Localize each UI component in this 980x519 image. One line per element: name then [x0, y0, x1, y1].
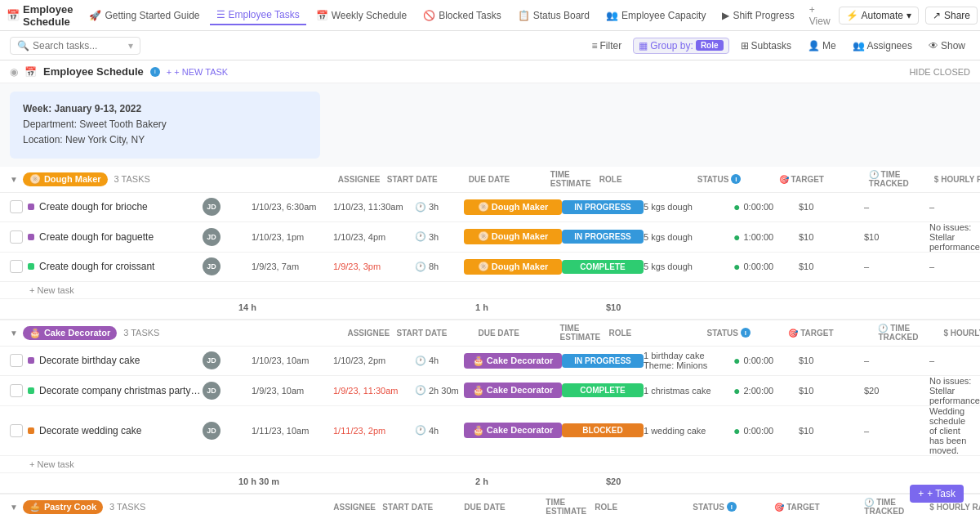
dough-maker-count: 3 TASKS	[114, 174, 150, 184]
breadcrumb-bar: ◉ 📅 Employee Schedule i + + NEW TASK HID…	[0, 60, 980, 83]
task-name[interactable]: Create dough for croissant	[39, 261, 203, 272]
task-target: 1 wedding cake	[644, 426, 733, 436]
info-icon[interactable]: i	[150, 67, 160, 77]
status-info-icon3[interactable]: i	[727, 502, 737, 512]
section-pastry-cook: ▼ 🥧 Pastry Cook 3 TASKS ASSIGNEE START D…	[0, 494, 980, 519]
task-name[interactable]: Create dough for brioche	[39, 201, 203, 213]
task-issues: No issues: Stellar performance!	[929, 376, 980, 405]
avatar: JD	[203, 422, 220, 440]
role-icon: 🎂	[473, 356, 484, 365]
task-checkbox[interactable]	[10, 260, 23, 273]
role-icon: 🫓	[478, 231, 489, 241]
status-badge: IN PROGRESS	[562, 200, 644, 214]
automate-button[interactable]: ⚡ Automate ▾	[839, 7, 919, 25]
tab-employee-tasks[interactable]: ☰ Employee Tasks	[210, 6, 306, 25]
clock-icon2: 🕐	[878, 324, 888, 333]
task-start-date: 1/9/23, 7am	[252, 262, 333, 271]
collapse-icon[interactable]: ◉	[10, 66, 18, 78]
status-badge: COMPLETE	[562, 260, 644, 274]
task-name[interactable]: Create dough for baguette	[39, 231, 203, 243]
me-button[interactable]: 👤 Me	[803, 38, 841, 53]
assignees-button[interactable]: 👥 Assignees	[848, 38, 917, 53]
hide-closed-button[interactable]: HIDE CLOSED	[909, 67, 970, 77]
search-input[interactable]	[33, 40, 125, 51]
section-header-cake-decorator: ▼ 🎂 Cake Decorator 3 TASKS ASSIGNEE STAR…	[0, 320, 980, 347]
clock-small-icon: 🕐	[415, 231, 426, 242]
tab-blocked-tasks-icon: 🚫	[423, 10, 435, 21]
tracked-icon: ●	[733, 200, 740, 213]
task-tracked: ● 0:00:00	[733, 354, 799, 367]
group-by-button[interactable]: ▦ Group by: Role	[633, 38, 728, 54]
tab-shift-progress-icon: ▶	[722, 10, 729, 21]
target-icon2: 🎯	[788, 329, 798, 338]
new-task-link[interactable]: + + NEW TASK	[167, 67, 228, 77]
add-task-cake-decorator[interactable]: + New task	[0, 456, 980, 473]
schedule-icon: 📅	[24, 66, 37, 78]
task-name[interactable]: Decorate company christmas party cake	[39, 385, 203, 396]
add-task-dough-maker[interactable]: + New task	[0, 282, 980, 299]
task-start-date: 1/10/23, 10am	[252, 356, 333, 365]
role-icon: 🎂	[473, 385, 484, 395]
task-due-date: 1/10/23, 11:30am	[333, 202, 415, 212]
tab-getting-started[interactable]: 🚀 Getting Started Guide	[82, 7, 206, 25]
task-color-indicator	[28, 204, 34, 210]
pastry-cook-count: 3 TASKS	[109, 502, 145, 512]
role-icon: 🫓	[478, 262, 489, 271]
pastry-cook-icon: 🥧	[29, 502, 41, 512]
task-checkbox[interactable]	[10, 200, 23, 213]
tab-weekly-schedule[interactable]: 📅 Weekly Schedule	[310, 7, 414, 25]
task-status: IN PROGRESS	[562, 200, 644, 214]
status-badge: BLOCKED	[562, 423, 644, 437]
status-info-icon2[interactable]: i	[741, 328, 751, 338]
pastry-cook-col-headers: ASSIGNEE START DATE DUE DATE TIME ESTIMA…	[158, 498, 970, 516]
avatar: JD	[203, 382, 220, 400]
task-checkbox[interactable]	[10, 384, 23, 397]
filter-icon: ≡	[592, 40, 598, 51]
task-assignee: JD	[203, 382, 252, 400]
task-assignee: JD	[203, 257, 252, 275]
tab-blocked-tasks[interactable]: 🚫 Blocked Tasks	[416, 7, 507, 25]
dough-maker-summary: 14 h 1 h $10	[0, 299, 980, 320]
tab-weekly-schedule-icon: 📅	[316, 10, 328, 21]
subtasks-button[interactable]: ⊞ Subtasks	[736, 38, 796, 53]
task-checkbox[interactable]	[10, 230, 23, 244]
task-assignee: JD	[203, 198, 252, 216]
share-button[interactable]: ↗ Share	[925, 7, 978, 25]
hourly-icon3: $	[929, 503, 934, 512]
task-issues: No issues: Stellar performance!	[929, 222, 980, 252]
cake-decorator-count: 3 TASKS	[123, 328, 159, 338]
task-labor-cost: $10	[864, 232, 929, 242]
cake-decorator-icon: 🎂	[29, 328, 41, 338]
task-color-indicator	[28, 234, 34, 240]
task-checkbox[interactable]	[10, 424, 23, 437]
task-issues: –	[929, 356, 970, 365]
cake-decorator-col-headers: ASSIGNEE START DATE DUE DATE TIME ESTIMA…	[172, 324, 970, 342]
task-name[interactable]: Decorate wedding cake	[39, 425, 203, 436]
search-box[interactable]: 🔍 ▾	[10, 37, 140, 55]
tab-employee-tasks-icon: ☰	[216, 9, 225, 20]
task-status: IN PROGRESS	[562, 354, 644, 368]
section-toggle-dough-maker[interactable]: ▼	[10, 175, 18, 184]
tab-status-board-icon: 📋	[518, 10, 530, 21]
section-toggle-pastry-cook[interactable]: ▼	[10, 503, 18, 512]
status-info-icon[interactable]: i	[731, 174, 741, 184]
task-role: 🎂 Cake Decorator	[464, 383, 562, 398]
task-name[interactable]: Decorate birthday cake	[39, 355, 203, 366]
status-badge: COMPLETE	[562, 383, 644, 397]
tab-shift-progress[interactable]: ▶ Shift Progress	[715, 7, 800, 25]
section-toggle-cake-decorator[interactable]: ▼	[10, 329, 18, 338]
tab-status-board[interactable]: 📋 Status Board	[511, 7, 596, 25]
group-by-icon: ▦	[639, 40, 648, 51]
show-button[interactable]: 👁 Show	[924, 38, 970, 53]
task-labor-cost: –	[864, 356, 929, 365]
tracked-icon: ●	[733, 354, 740, 367]
task-checkbox[interactable]	[10, 354, 23, 367]
task-due-date: 1/10/23, 4pm	[333, 232, 415, 242]
filter-button[interactable]: ≡ Filter	[587, 38, 627, 53]
filter-actions: ≡ Filter ▦ Group by: Role ⊞ Subtasks 👤 M…	[587, 38, 971, 54]
plus-view-button[interactable]: + View	[804, 1, 835, 30]
tab-employee-capacity[interactable]: 👥 Employee Capacity	[599, 7, 712, 25]
clock-small-icon: 🕐	[415, 262, 426, 272]
subtasks-icon: ⊞	[741, 40, 749, 51]
floating-new-task-button[interactable]: + + Task	[910, 485, 964, 503]
